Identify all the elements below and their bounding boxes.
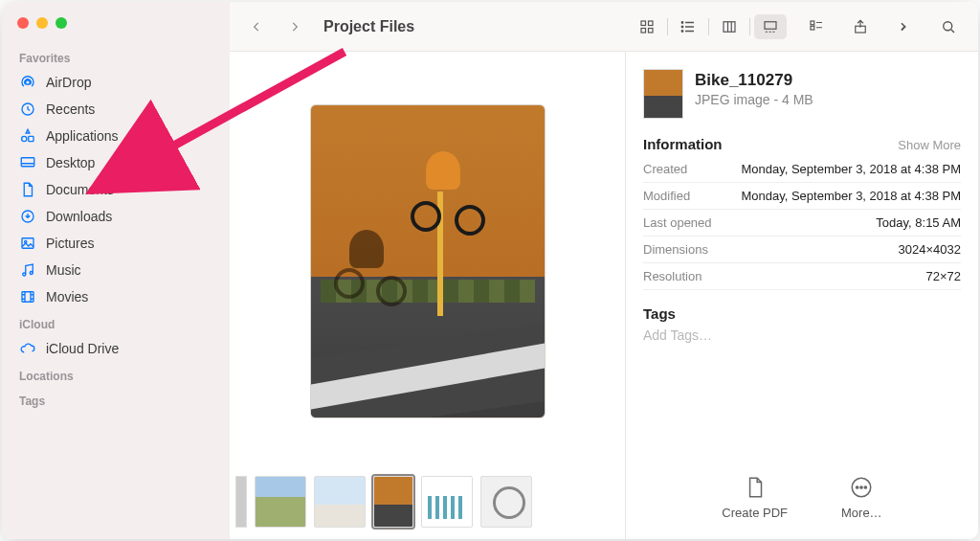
- sidebar-item-desktop[interactable]: Desktop: [2, 149, 230, 176]
- finder-window: Favorites AirDrop Recents Applications D…: [2, 2, 978, 539]
- sidebar-item-label: Pictures: [46, 236, 95, 251]
- info-key: Resolution: [643, 269, 702, 283]
- view-list-button[interactable]: [672, 14, 704, 39]
- svg-rect-13: [641, 28, 646, 33]
- thumbnail[interactable]: [255, 476, 306, 528]
- action-label: More…: [841, 506, 882, 520]
- folder-title: Project Files: [323, 18, 414, 35]
- tags-heading: Tags: [643, 305, 961, 322]
- minimize-button[interactable]: [36, 17, 48, 29]
- tags-input[interactable]: Add Tags…: [643, 322, 961, 349]
- svg-rect-19: [765, 21, 776, 29]
- info-row-opened: Last opened Today, 8:15 AM: [643, 210, 961, 237]
- svg-point-8: [23, 273, 26, 276]
- thumbnail[interactable]: [421, 476, 473, 528]
- info-key: Created: [643, 162, 687, 176]
- view-columns-button[interactable]: [713, 14, 746, 39]
- sidebar-section-favorites: Favorites: [2, 44, 230, 69]
- sidebar-item-label: iCloud Drive: [46, 341, 119, 356]
- sidebar-item-movies[interactable]: Movies: [2, 283, 230, 310]
- maximize-button[interactable]: [56, 17, 67, 29]
- file-thumbnail: [643, 69, 683, 119]
- thumbnail-selected[interactable]: [373, 476, 413, 528]
- sidebar-item-label: Recents: [46, 101, 95, 117]
- thumbnail[interactable]: [480, 476, 532, 528]
- sidebar-item-icloud-drive[interactable]: iCloud Drive: [2, 335, 230, 362]
- preview-area: [230, 52, 625, 470]
- file-kind: JPEG image - 4 MB: [695, 92, 813, 107]
- desktop-icon: [19, 154, 36, 171]
- window-controls: [2, 13, 230, 44]
- more-actions-button[interactable]: More…: [841, 475, 882, 520]
- svg-rect-14: [649, 28, 654, 33]
- info-key: Dimensions: [643, 242, 708, 257]
- view-icons-button[interactable]: [631, 14, 663, 39]
- svg-rect-18: [724, 21, 735, 32]
- sidebar-item-label: AirDrop: [46, 75, 91, 90]
- svg-rect-11: [641, 21, 646, 26]
- info-row-dimensions: Dimensions 3024×4032: [643, 237, 961, 263]
- group-by-button[interactable]: [800, 14, 833, 39]
- sidebar-item-label: Documents: [46, 182, 114, 197]
- svg-rect-6: [22, 238, 33, 249]
- svg-point-26: [860, 486, 862, 488]
- sidebar-item-recents[interactable]: Recents: [2, 96, 230, 123]
- back-button[interactable]: [243, 13, 270, 40]
- file-header: Bike_110279 JPEG image - 4 MB: [643, 69, 961, 119]
- sidebar-item-label: Desktop: [46, 155, 95, 170]
- svg-rect-12: [649, 21, 654, 26]
- forward-button[interactable]: [281, 13, 308, 40]
- info-value: Today, 8:15 AM: [876, 215, 961, 230]
- info-key: Last opened: [643, 215, 712, 230]
- close-button[interactable]: [17, 17, 29, 29]
- content-split: Bike_110279 JPEG image - 4 MB Informatio…: [230, 52, 978, 539]
- show-more-button[interactable]: Show More: [898, 138, 961, 152]
- sidebar-item-pictures[interactable]: Pictures: [2, 230, 230, 257]
- thumbnail-strip[interactable]: [230, 470, 625, 539]
- share-button[interactable]: [844, 14, 877, 39]
- svg-point-9: [30, 272, 33, 275]
- view-mode-group: [629, 12, 789, 41]
- document-icon: [19, 181, 36, 198]
- svg-point-17: [681, 30, 683, 32]
- svg-rect-3: [29, 136, 33, 141]
- sidebar: Favorites AirDrop Recents Applications D…: [2, 2, 230, 539]
- svg-rect-20: [811, 21, 814, 25]
- action-label: Create PDF: [722, 506, 788, 520]
- sidebar-item-label: Music: [46, 262, 81, 278]
- svg-point-25: [857, 486, 858, 488]
- gallery-panel: [230, 52, 626, 539]
- thumbnail[interactable]: [314, 476, 366, 528]
- apps-icon: [19, 127, 36, 145]
- create-pdf-button[interactable]: Create PDF: [722, 475, 788, 520]
- svg-point-23: [944, 21, 952, 30]
- sidebar-item-label: Applications: [46, 128, 119, 144]
- info-value: 3024×4032: [899, 242, 961, 257]
- sidebar-item-music[interactable]: Music: [2, 257, 230, 283]
- preview-image[interactable]: [310, 104, 546, 418]
- svg-rect-10: [22, 292, 33, 303]
- info-row-modified: Modified Monday, September 3, 2018 at 4:…: [643, 183, 961, 210]
- music-icon: [19, 261, 36, 279]
- svg-rect-4: [21, 158, 34, 167]
- photo-icon: [19, 235, 36, 252]
- sidebar-item-documents[interactable]: Documents: [2, 176, 230, 203]
- airdrop-icon: [19, 74, 36, 91]
- view-gallery-button[interactable]: [754, 14, 787, 39]
- sidebar-item-label: Movies: [46, 289, 88, 304]
- info-value: 72×72: [925, 269, 961, 283]
- svg-point-15: [681, 21, 683, 23]
- sidebar-item-applications[interactable]: Applications: [2, 123, 230, 149]
- search-button[interactable]: [932, 14, 965, 39]
- sidebar-item-airdrop[interactable]: AirDrop: [2, 69, 230, 96]
- sidebar-item-downloads[interactable]: Downloads: [2, 203, 230, 230]
- svg-point-2: [22, 136, 27, 141]
- toolbar: Project Files: [230, 2, 978, 52]
- svg-point-16: [681, 26, 683, 28]
- cloud-icon: [19, 340, 36, 357]
- sidebar-section-locations: Locations: [2, 362, 230, 387]
- file-name: Bike_110279: [695, 71, 813, 90]
- info-key: Modified: [643, 189, 690, 203]
- info-value: Monday, September 3, 2018 at 4:38 PM: [741, 189, 961, 203]
- overflow-button[interactable]: [888, 14, 921, 39]
